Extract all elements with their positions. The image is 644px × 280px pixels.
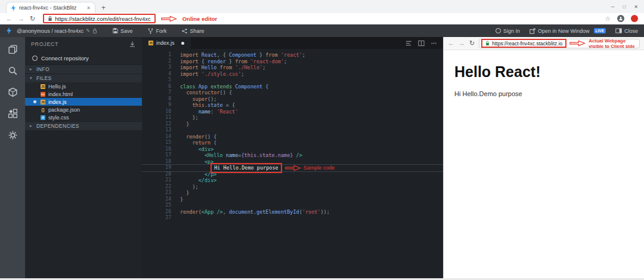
forward-icon[interactable]: →: [18, 16, 24, 22]
deploy-icon[interactable]: [8, 87, 18, 97]
file-name: Hello.js: [48, 84, 66, 90]
code-line-20[interactable]: 20 </p>: [142, 171, 443, 178]
save-button[interactable]: Save: [113, 28, 133, 34]
maximize-icon[interactable]: □: [623, 4, 626, 10]
workspace-breadcrumb[interactable]: @anonymous / react-fnv4xc ✎: [17, 28, 97, 34]
file-list: JSHello.js<>index.htmlJSindex.js{}packag…: [25, 82, 142, 121]
profile-icon[interactable]: [617, 15, 624, 22]
github-icon: [32, 56, 38, 61]
code-line-13[interactable]: 13: [142, 127, 443, 134]
open-new-window-icon: [530, 28, 535, 34]
editor-tab-indexjs[interactable]: JS index.js: [142, 37, 191, 49]
file-name: index.js: [48, 99, 67, 105]
code-line-15[interactable]: 15 return (: [142, 140, 443, 146]
line-number: 26: [142, 209, 180, 216]
code-line-11[interactable]: 11 };: [142, 115, 443, 121]
line-content: import Hello from './Hello';: [180, 64, 443, 71]
refresh-icon[interactable]: ↻: [30, 16, 35, 22]
js-file-icon: JS: [41, 100, 45, 104]
minimize-icon[interactable]: ─: [611, 4, 615, 10]
edit-name-icon[interactable]: ✎: [86, 28, 90, 33]
tab-close-icon[interactable]: ✕: [86, 5, 91, 11]
new-tab-button[interactable]: +: [101, 4, 106, 12]
code-line-26[interactable]: 26render(<App />, document.getElementByI…: [142, 209, 443, 216]
sample-code-label: Sample code: [304, 165, 335, 171]
unsaved-dot-icon[interactable]: [181, 42, 184, 45]
section-info[interactable]: ▸ INFO: [25, 64, 142, 73]
file-item-index.html[interactable]: <>index.html: [25, 90, 142, 98]
bookmark-star-icon[interactable]: ☆: [605, 16, 611, 22]
window-close-icon[interactable]: ✕: [634, 4, 638, 10]
chevron-down-icon: ▾: [30, 76, 34, 81]
close-preview-button[interactable]: Close: [615, 28, 638, 34]
connect-repository-label: Connect repository: [41, 55, 89, 61]
code-line-3[interactable]: 3import Hello from './Hello';: [142, 64, 443, 71]
code-line-4[interactable]: 4import './style.css';: [142, 71, 443, 78]
code-line-22[interactable]: 22 );: [142, 184, 443, 190]
open-new-window-button[interactable]: Open in New Window LIVE: [530, 28, 606, 34]
code-line-2[interactable]: 2import { render } from 'react-dom';: [142, 59, 443, 65]
line-content: render(<App />, document.getElementById(…: [180, 209, 443, 216]
profile-badge-icon[interactable]: [631, 15, 638, 22]
code-line-7[interactable]: 7 constructor() {: [142, 90, 443, 96]
code-line-24[interactable]: 24}: [142, 196, 443, 203]
sign-in-button[interactable]: Sign In: [496, 28, 520, 34]
line-number: 10: [142, 109, 180, 115]
code-line-23[interactable]: 23 }: [142, 190, 443, 196]
file-item-style.css[interactable]: #style.css: [25, 113, 142, 121]
connect-repository-button[interactable]: Connect repository: [25, 51, 142, 64]
code-line-25[interactable]: 25: [142, 202, 443, 209]
code-line-14[interactable]: 14 render() {: [142, 134, 443, 140]
project-panel: PROJECT Connect repository ▸ INFO ▾ FILE…: [25, 37, 142, 278]
code-line-19[interactable]: 19 Hi Hello.Demo purposeSample code: [142, 165, 443, 171]
code-line-17[interactable]: 17 <Hello name={this.state.name} />: [142, 152, 443, 159]
settings-gear-icon[interactable]: [8, 130, 18, 140]
export-project-icon[interactable]: [129, 41, 136, 48]
annotation-arrow-icon: [569, 40, 586, 47]
line-number: 16: [142, 146, 180, 153]
code-line-8[interactable]: 8 super();: [142, 96, 443, 103]
file-item-Hello.js[interactable]: JSHello.js: [25, 82, 142, 90]
more-options-icon[interactable]: [431, 40, 437, 47]
format-code-icon[interactable]: [405, 40, 412, 47]
file-item-package.json[interactable]: {}package.json: [25, 106, 142, 113]
preview-content: Hello React! Hi Hello.Demo purpose: [444, 50, 644, 107]
code-line-6[interactable]: 6class App extends Component {: [142, 84, 443, 90]
code-line-12[interactable]: 12 }: [142, 121, 443, 128]
split-view-icon[interactable]: [418, 40, 425, 47]
line-number: 19: [142, 165, 180, 171]
secure-lock-icon: [485, 41, 490, 46]
browser-tab[interactable]: react-fnv4xc - StackBlitz ✕: [6, 2, 95, 13]
fork-button[interactable]: Fork: [148, 28, 166, 34]
editor-tab-bar: JS index.js: [142, 37, 443, 49]
line-number: 1: [142, 52, 180, 59]
code-line-18[interactable]: 18 <p>: [142, 159, 443, 165]
extensions-icon[interactable]: [8, 109, 18, 119]
browser-tab-strip: react-fnv4xc - StackBlitz ✕ + ─ □ ✕: [0, 0, 644, 13]
preview-url-field[interactable]: https://react-fnv4xc.stackblitz.io Actua…: [479, 39, 640, 48]
private-lock-icon[interactable]: [92, 28, 97, 33]
code-line-9[interactable]: 9 this.state = {: [142, 102, 443, 109]
search-icon[interactable]: [8, 66, 18, 76]
code-line-16[interactable]: 16 <div>: [142, 146, 443, 153]
project-files-icon[interactable]: [8, 44, 18, 54]
line-number: 8: [142, 96, 180, 103]
line-number: 20: [142, 171, 180, 178]
preview-forward-icon[interactable]: →: [459, 40, 465, 47]
code-line-27[interactable]: 27: [142, 215, 443, 221]
code-line-10[interactable]: 10 name: 'React': [142, 109, 443, 115]
back-icon[interactable]: ←: [6, 16, 13, 22]
address-url[interactable]: https://stackblitz.com/edit/react-fnv4xc: [55, 16, 151, 22]
live-badge: LIVE: [594, 28, 606, 33]
code-line-1[interactable]: 1import React, { Component } from 'react…: [142, 52, 443, 59]
preview-refresh-icon[interactable]: ↻: [469, 40, 475, 47]
section-dependencies[interactable]: ▸ DEPENDENCIES: [25, 121, 142, 130]
share-button[interactable]: Share: [182, 28, 204, 34]
section-files-label: FILES: [36, 75, 52, 81]
file-item-index.js[interactable]: JSindex.js: [25, 98, 142, 106]
preview-back-icon[interactable]: ←: [448, 40, 454, 47]
section-files[interactable]: ▾ FILES: [25, 73, 142, 82]
code-line-21[interactable]: 21 </div>: [142, 177, 443, 184]
line-number: 18: [142, 159, 180, 165]
code-line-5[interactable]: 5: [142, 77, 443, 84]
